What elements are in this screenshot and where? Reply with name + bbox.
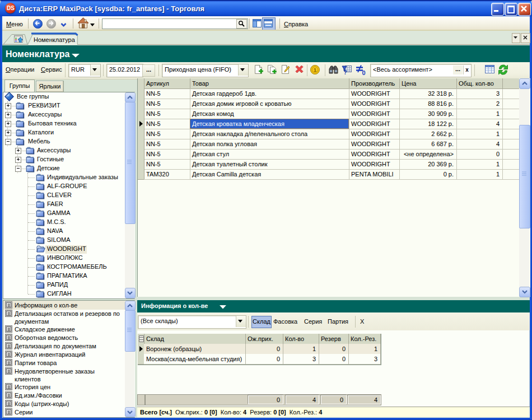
svg-text:?: ? <box>344 69 347 75</box>
svg-text:0: 0 <box>362 69 366 76</box>
svg-text:1: 1 <box>314 67 316 73</box>
